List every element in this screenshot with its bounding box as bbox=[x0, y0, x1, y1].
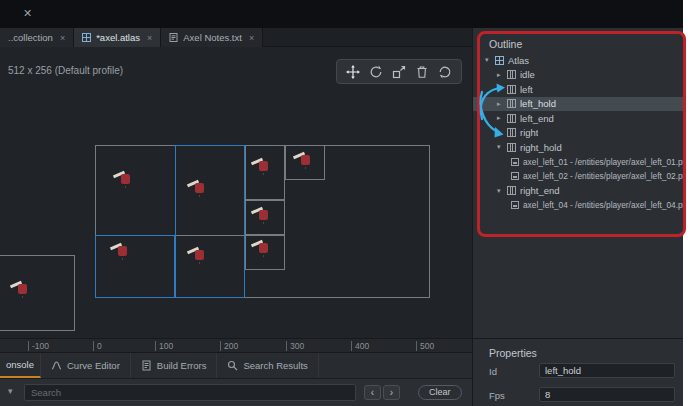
atlas-canvas[interactable]: 512 x 256 (Default profile) bbox=[0, 47, 472, 338]
outline-item-atlas[interactable]: ▾ Atlas bbox=[473, 53, 683, 68]
move-tool-button[interactable] bbox=[344, 63, 362, 81]
animation-icon bbox=[507, 85, 516, 94]
bottom-tab-bar: onsole Curve Editor Build Errors Search … bbox=[0, 352, 472, 378]
expander-icon[interactable]: ▸ bbox=[497, 71, 507, 79]
outline-item-label: axel_left_01 - /entities/player/axel_lef… bbox=[523, 157, 683, 167]
sprite-thumbnail bbox=[293, 150, 315, 170]
atlas-size-label: 512 x 256 (Default profile) bbox=[8, 65, 123, 76]
sprite-thumbnail bbox=[251, 205, 273, 225]
tab-console[interactable]: onsole bbox=[0, 353, 41, 378]
ruler-tick: 100 bbox=[155, 341, 173, 351]
reload-tool-button[interactable] bbox=[436, 63, 454, 81]
sprite-thumbnail bbox=[10, 279, 32, 299]
outline-item-axel-left-01[interactable]: axel_left_01 - /entities/player/axel_lef… bbox=[473, 155, 683, 170]
outline-panel-title: Outline bbox=[489, 38, 522, 50]
sprite-thumbnail bbox=[251, 156, 273, 176]
atlas-icon bbox=[82, 33, 91, 42]
expander-icon[interactable]: ▸ bbox=[497, 114, 507, 122]
atlas-icon bbox=[495, 56, 504, 65]
tab-label: *axel.atlas bbox=[96, 32, 140, 43]
animation-icon bbox=[507, 143, 516, 152]
build-errors-icon bbox=[141, 360, 152, 371]
outline-item-label: right bbox=[520, 127, 538, 138]
atlas-cell[interactable] bbox=[175, 145, 245, 298]
tab-axel-atlas[interactable]: *axel.atlas × bbox=[74, 28, 161, 47]
outline-item-idle[interactable]: ▸ idle bbox=[473, 68, 683, 83]
outline-item-right-hold[interactable]: ▾ right_hold bbox=[473, 140, 683, 155]
sprite-thumbnail bbox=[113, 169, 135, 189]
top-bar: ✕ bbox=[0, 0, 683, 28]
curve-icon bbox=[51, 360, 62, 371]
outline-item-right[interactable]: ▸ right bbox=[473, 126, 683, 141]
fps-label: Fps bbox=[489, 390, 505, 401]
text-file-icon bbox=[169, 33, 178, 42]
rotate-tool-button[interactable] bbox=[367, 63, 385, 81]
fps-field[interactable] bbox=[539, 387, 675, 402]
outline-item-left[interactable]: ▸ left bbox=[473, 82, 683, 97]
outline-item-label: left bbox=[520, 84, 533, 95]
image-icon bbox=[511, 172, 519, 180]
tab-build-errors[interactable]: Build Errors bbox=[131, 353, 218, 378]
expander-icon[interactable]: ▾ bbox=[485, 56, 495, 64]
canvas-toolbar bbox=[336, 59, 462, 84]
outline-item-left-hold[interactable]: ▸ left_hold bbox=[473, 97, 683, 112]
properties-panel: Properties Id Fps bbox=[472, 338, 683, 406]
outline-item-label: idle bbox=[520, 69, 535, 80]
outline-item-label: Atlas bbox=[508, 55, 529, 66]
tab-close-icon[interactable]: × bbox=[249, 33, 254, 43]
atlas-grid-line bbox=[176, 235, 244, 236]
search-icon bbox=[227, 360, 238, 371]
tab-axel-notes[interactable]: Axel Notes.txt × bbox=[161, 28, 263, 47]
ruler-tick: 0 bbox=[93, 341, 102, 351]
outline-item-label: right_hold bbox=[520, 142, 562, 153]
tab-label: Axel Notes.txt bbox=[183, 32, 242, 43]
expander-icon[interactable]: ▸ bbox=[497, 85, 507, 93]
image-icon bbox=[511, 201, 519, 209]
outline-item-label: left_hold bbox=[520, 98, 556, 109]
tab-collection[interactable]: ..collection × bbox=[0, 28, 74, 47]
animation-icon bbox=[507, 128, 516, 137]
outline-tree: ▾ Atlas ▸ idle ▸ left ▸ left_hol bbox=[473, 53, 683, 213]
outline-item-axel-left-04[interactable]: axel_left_04 - /entities/player/axel_lef… bbox=[473, 198, 683, 213]
animation-icon bbox=[507, 70, 516, 79]
outline-item-label: axel_left_04 - /entities/player/axel_lef… bbox=[523, 200, 683, 210]
animation-icon bbox=[507, 114, 516, 123]
ruler-tick: -100 bbox=[28, 341, 49, 351]
sprite-thumbnail bbox=[251, 238, 273, 258]
expander-icon[interactable]: ▾ bbox=[497, 187, 507, 195]
tab-close-icon[interactable]: × bbox=[147, 33, 152, 43]
expander-icon[interactable]: ▸ bbox=[497, 100, 507, 108]
outline-item-left-end[interactable]: ▸ left_end bbox=[473, 111, 683, 126]
ruler-tick: 500 bbox=[416, 341, 434, 351]
next-match-button[interactable]: › bbox=[383, 385, 400, 400]
prev-match-button[interactable]: ‹ bbox=[364, 385, 381, 400]
ruler-tick: 200 bbox=[220, 341, 238, 351]
delete-tool-button[interactable] bbox=[413, 63, 431, 81]
scale-tool-button[interactable] bbox=[390, 63, 408, 81]
outline-item-axel-left-02[interactable]: axel_left_02 - /entities/player/axel_lef… bbox=[473, 169, 683, 184]
chevron-down-icon[interactable]: ▾ bbox=[8, 386, 13, 396]
properties-title: Properties bbox=[489, 347, 537, 359]
tab-curve-editor[interactable]: Curve Editor bbox=[41, 353, 131, 378]
id-field[interactable] bbox=[539, 363, 675, 378]
tab-label: onsole bbox=[6, 359, 34, 370]
expander-icon[interactable]: ▸ bbox=[497, 129, 507, 137]
clear-button[interactable]: Clear bbox=[418, 385, 462, 400]
editor-tab-bar: ..collection × *axel.atlas × Axel Notes.… bbox=[0, 28, 472, 47]
close-icon[interactable]: ✕ bbox=[23, 7, 32, 20]
image-icon bbox=[511, 158, 519, 166]
outline-item-label: right_end bbox=[520, 185, 560, 196]
atlas-cell[interactable] bbox=[95, 235, 175, 298]
tab-search-results[interactable]: Search Results bbox=[217, 353, 318, 378]
outline-item-right-end[interactable]: ▾ right_end bbox=[473, 184, 683, 199]
ruler-tick: 400 bbox=[351, 341, 369, 351]
tab-close-icon[interactable]: × bbox=[60, 33, 65, 43]
editor-window: ✕ ..collection × *axel.atlas × Axel Note… bbox=[0, 0, 683, 406]
outline-item-label: left_end bbox=[520, 113, 554, 124]
horizontal-ruler: -100 0 100 200 300 400 500 bbox=[0, 338, 472, 352]
id-label: Id bbox=[489, 366, 497, 377]
search-input[interactable] bbox=[24, 384, 356, 401]
expander-icon[interactable]: ▾ bbox=[497, 143, 507, 151]
console-filter-bar: ▾ ‹ › Clear bbox=[0, 378, 472, 406]
outline-item-label: axel_left_02 - /entities/player/axel_lef… bbox=[523, 171, 683, 181]
